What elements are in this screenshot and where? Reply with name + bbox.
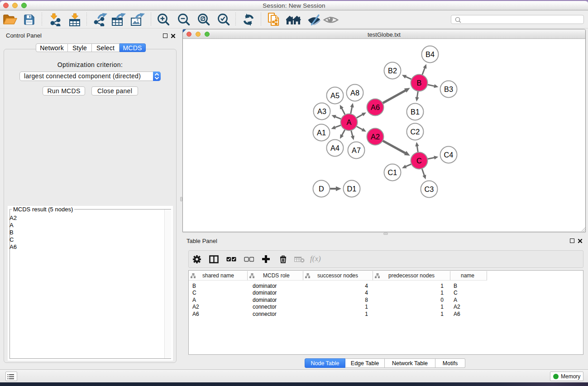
svg-text:C3: C3 (425, 185, 434, 193)
svg-text:A3: A3 (317, 107, 326, 115)
svg-text:D: D (319, 185, 324, 193)
svg-text:C4: C4 (444, 151, 454, 159)
svg-text:B4: B4 (425, 50, 435, 58)
svg-text:A6: A6 (371, 103, 380, 111)
svg-text:A1: A1 (317, 129, 326, 137)
svg-text:C2: C2 (411, 128, 420, 136)
svg-text:A7: A7 (352, 146, 361, 154)
svg-text:C1: C1 (388, 168, 397, 176)
svg-text:C: C (416, 157, 422, 165)
svg-text:D1: D1 (347, 185, 357, 193)
svg-text:A5: A5 (330, 91, 339, 100)
svg-text:B3: B3 (444, 85, 453, 93)
svg-text:B1: B1 (411, 108, 420, 116)
svg-text:A4: A4 (330, 144, 339, 152)
svg-text:A8: A8 (350, 89, 359, 97)
svg-text:A2: A2 (371, 133, 380, 141)
svg-text:B: B (417, 79, 422, 87)
svg-text:B2: B2 (388, 67, 397, 75)
svg-text:A: A (347, 118, 352, 126)
